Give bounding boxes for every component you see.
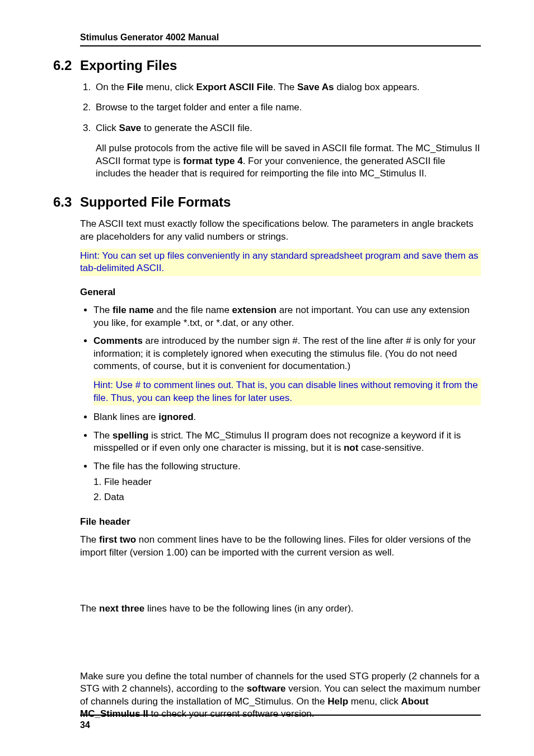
- text: menu, click: [143, 82, 196, 92]
- text: Click: [96, 123, 119, 133]
- running-header: Stimulus Generator 4002 Manual: [80, 31, 481, 46]
- section-number: 6.3: [53, 193, 80, 211]
- steps-list-6-2: On the File menu, click Export ASCII Fil…: [80, 81, 481, 180]
- hint-text: Hint: You can set up files conveniently …: [80, 250, 479, 273]
- bullet-filename: The file name and the file name extensio…: [93, 304, 481, 329]
- text: case-sensitive.: [358, 442, 424, 453]
- bullet-blank-lines: Blank lines are ignored.: [93, 411, 481, 423]
- structure-sublist: 1. File header 2. Data: [93, 476, 481, 503]
- bold: Export ASCII File: [196, 82, 273, 92]
- section-title: Supported File Formats: [80, 194, 231, 209]
- bold: Help: [327, 696, 348, 707]
- page-footer: 34: [80, 715, 481, 731]
- spacer: [80, 564, 481, 597]
- bold: spelling: [113, 430, 148, 441]
- bullet-structure: The file has the following structure. 1.…: [93, 460, 481, 503]
- file-header-p2: The next three lines have to be the foll…: [80, 603, 481, 615]
- text: The: [80, 603, 99, 614]
- bullet-comments: Comments are introduced by the number si…: [93, 335, 481, 405]
- hint-box-1: Hint: You can set up files conveniently …: [80, 249, 481, 276]
- text: non comment lines have to be the followi…: [80, 534, 471, 557]
- text: lines have to be the following lines (in…: [144, 603, 353, 614]
- bold: extension: [232, 305, 277, 315]
- bold: File: [127, 82, 143, 92]
- text: On the: [96, 82, 127, 92]
- text: . The: [273, 82, 297, 92]
- page-number: 34: [80, 720, 90, 730]
- general-bullets: The file name and the file name extensio…: [80, 304, 481, 503]
- text: The: [93, 430, 113, 441]
- bold: first two: [99, 534, 136, 545]
- section-6-3-heading: 6.3Supported File Formats: [53, 193, 481, 211]
- step-1: On the File menu, click Export ASCII Fil…: [93, 81, 481, 94]
- bold: ignored: [158, 412, 193, 422]
- text: to generate the ASCII file.: [141, 123, 252, 133]
- bold: format type 4: [183, 156, 243, 166]
- bullet-spelling: The spelling is strict. The MC_Stimulus …: [93, 430, 481, 455]
- bold: Comments: [93, 335, 143, 346]
- file-header-p1: The first two non comment lines have to …: [80, 534, 481, 559]
- bold: software: [247, 683, 286, 694]
- text: Blank lines are: [93, 412, 158, 422]
- section-title: Exporting Files: [80, 58, 177, 73]
- section-6-3-body: The ASCII text must exactly follow the s…: [80, 218, 481, 298]
- text: are introduced by the number sign #. The…: [93, 335, 476, 371]
- text: The file has the following structure.: [93, 461, 241, 472]
- file-header-subheading: File header: [80, 516, 481, 528]
- spacer: [80, 621, 481, 665]
- hint-text: Hint: Use # to comment lines out. That i…: [93, 380, 478, 403]
- bold: not: [344, 442, 358, 453]
- hint-box-2: Hint: Use # to comment lines out. That i…: [93, 378, 481, 405]
- section-number: 6.2: [53, 57, 80, 74]
- bold: next three: [99, 603, 144, 614]
- step-2: Browse to the target folder and enter a …: [93, 101, 481, 114]
- bold: Save As: [297, 82, 334, 92]
- text: and the file name: [154, 305, 232, 315]
- step-3: Click Save to generate the ASCII file. A…: [93, 122, 481, 180]
- sublist-2: 2. Data: [93, 491, 481, 503]
- file-header-section: File header The first two non comment li…: [80, 516, 481, 721]
- page: Stimulus Generator 4002 Manual 6.2Export…: [0, 0, 534, 756]
- file-header-p3: Make sure you define the total number of…: [80, 670, 481, 721]
- sublist-1: 1. File header: [93, 476, 481, 488]
- text: .: [194, 412, 196, 422]
- text: dialog box appears.: [334, 82, 420, 92]
- bold: file name: [113, 305, 154, 315]
- general-subheading: General: [80, 286, 481, 298]
- step-3-paragraph: All pulse protocols from the active file…: [96, 142, 481, 180]
- text: The: [80, 534, 99, 545]
- bold: Save: [119, 123, 142, 133]
- text: menu, click: [348, 696, 401, 707]
- text: The: [93, 305, 113, 315]
- section-6-2-heading: 6.2Exporting Files: [53, 57, 481, 74]
- intro-paragraph: The ASCII text must exactly follow the s…: [80, 218, 481, 243]
